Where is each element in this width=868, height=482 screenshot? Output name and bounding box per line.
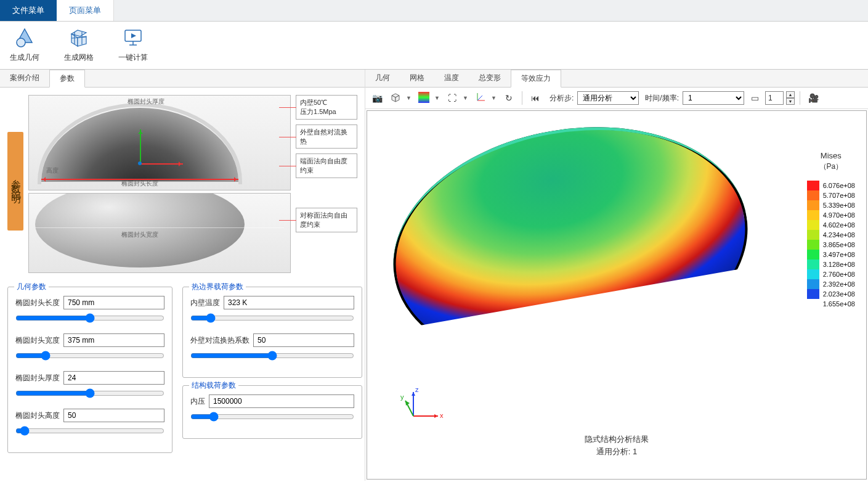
tab-page-menu[interactable]: 页面菜单 <box>57 0 114 21</box>
callout-sym-constraint: 对称面法向自由度约束 <box>296 208 357 232</box>
length-arrow-l <box>41 179 140 180</box>
slider-height[interactable] <box>15 426 164 436</box>
colormap-button[interactable] <box>416 90 432 106</box>
ribbon-one-click-calc[interactable]: 一键计算 <box>115 25 152 63</box>
tab-mesh[interactable]: 网格 <box>400 70 434 87</box>
step-select[interactable]: 通用分析 <box>577 91 639 105</box>
result-caption: 隐式结构分析结果 通用分析: 1 <box>585 433 649 457</box>
ribbon-generate-geometry[interactable]: 生成几何 <box>6 25 43 63</box>
legend-swatch <box>807 190 819 200</box>
tab-geometry[interactable]: 几何 <box>365 70 400 87</box>
axis-button[interactable] <box>473 90 489 106</box>
viewport[interactable]: x y z 隐式结构分析结果 通用分析: 1 Mises （Pa） 6.076e… <box>367 110 867 480</box>
legend-geometry: 几何参数 <box>14 282 49 292</box>
legend-thermal: 热边界载荷参数 <box>189 282 246 292</box>
axis-y-label: y <box>400 393 404 401</box>
axis-triad: x y z <box>404 388 441 427</box>
axis-x-label: x <box>440 412 444 419</box>
cube-mesh-icon <box>67 25 91 50</box>
param-explain-badge: 参数说明 <box>7 132 23 231</box>
legend-swatch <box>807 269 819 279</box>
rotate-button[interactable]: ↻ <box>501 90 517 106</box>
input-outer-conv[interactable] <box>253 333 354 347</box>
dropdown-arrow-icon[interactable]: ▼ <box>491 95 498 101</box>
dropdown-arrow-icon[interactable]: ▼ <box>434 95 442 101</box>
screenshot-button[interactable]: 📷 <box>369 90 385 106</box>
spin-down[interactable]: ▼ <box>786 98 795 105</box>
camcorder-icon: 🎥 <box>808 93 819 103</box>
slider-inner-temp[interactable] <box>190 313 354 323</box>
frame-spin[interactable]: 1 <box>765 91 784 105</box>
tab-total-deform[interactable]: 总变形 <box>469 70 511 87</box>
svg-line-12 <box>477 96 482 100</box>
input-pressure[interactable] <box>209 394 354 408</box>
legend-title: Mises <box>807 151 855 160</box>
slider-width[interactable] <box>15 351 164 361</box>
legend-value: 4.970e+08 <box>823 210 855 220</box>
svg-marker-6 <box>131 33 136 38</box>
top-menu-bar: 文件菜单 页面菜单 <box>0 0 868 22</box>
tab-case-intro[interactable]: 案例介绍 <box>0 70 49 87</box>
x-arrow <box>140 163 183 165</box>
tab-file-menu[interactable]: 文件菜单 <box>0 0 57 21</box>
diagram-label-height: 高度 <box>46 166 59 175</box>
tab-parameters[interactable]: 参数 <box>49 70 85 88</box>
label-inner-temp: 内壁温度 <box>190 298 220 308</box>
label-thickness: 椭圆封头厚度 <box>15 373 60 383</box>
cube-icon <box>390 92 401 105</box>
diagram-label-length: 椭圆封头长度 <box>121 179 158 188</box>
length-arrow <box>140 179 238 180</box>
slider-pressure[interactable] <box>190 412 354 422</box>
caption-line1: 隐式结构分析结果 <box>585 433 649 446</box>
dropdown-arrow-icon[interactable]: ▼ <box>463 95 470 101</box>
fit-icon: ⛶ <box>448 93 456 103</box>
legend-value: 5.339e+08 <box>823 200 855 210</box>
legend-value: 3.865e+08 <box>823 240 855 250</box>
toggle-icon: ▭ <box>751 93 759 103</box>
tab-temperature[interactable]: 温度 <box>434 70 469 87</box>
left-pane: 案例介绍 参数 参数说明 椭圆封头厚度 高度 椭圆封头长度 <box>0 70 365 481</box>
input-thickness[interactable] <box>63 371 164 385</box>
svg-marker-14 <box>434 414 438 418</box>
play-first-icon[interactable]: ⏮ <box>527 90 543 106</box>
diagram-cross-section: 椭圆封头厚度 高度 椭圆封头长度 <box>28 95 291 190</box>
label-height: 椭圆封头高度 <box>15 411 60 421</box>
legend-value: 3.128e+08 <box>823 259 855 269</box>
step-label: 分析步: <box>550 93 574 104</box>
color-legend: Mises （Pa） 6.076e+085.707e+085.339e+084.… <box>807 151 855 309</box>
legend-swatch <box>807 250 819 259</box>
legend-value: 2.023e+08 <box>823 289 855 299</box>
fit-view-button[interactable]: ⛶ <box>444 90 460 106</box>
input-width[interactable] <box>63 333 164 347</box>
fieldset-geometry: 几何参数 椭圆封头长度 椭圆封头宽度 <box>7 287 172 453</box>
legend-swatch <box>807 230 819 240</box>
label-length: 椭圆封头长度 <box>15 298 60 308</box>
time-select[interactable]: 1 <box>683 91 744 105</box>
view-cube-button[interactable] <box>387 90 404 106</box>
input-height[interactable] <box>63 409 164 422</box>
origin-dot <box>138 161 142 165</box>
ribbon-label: 一键计算 <box>118 52 148 63</box>
dropdown-arrow-icon[interactable]: ▼ <box>406 95 413 101</box>
slider-length[interactable] <box>15 313 164 323</box>
record-button[interactable]: 🎥 <box>805 90 821 106</box>
ribbon-generate-mesh[interactable]: 生成网格 <box>60 25 97 63</box>
diagram-top-view: 椭圆封头宽度 <box>28 193 291 273</box>
axis-z-label: z <box>415 386 419 393</box>
slider-thickness[interactable] <box>15 388 164 398</box>
slider-outer-conv[interactable] <box>190 351 354 361</box>
ribbon: 生成几何 生成网格 一键计算 <box>0 22 868 70</box>
legend-unit: （Pa） <box>807 161 855 172</box>
camera-icon: 📷 <box>372 93 383 103</box>
fieldset-structural: 结构载荷参数 内压 <box>182 385 362 439</box>
label-width: 椭圆封头宽度 <box>15 335 60 346</box>
fieldset-thermal: 热边界载荷参数 内壁温度 外壁对流换热系数 <box>182 287 362 378</box>
spin-up[interactable]: ▲ <box>786 91 795 98</box>
input-length[interactable] <box>63 296 164 309</box>
input-inner-temp[interactable] <box>224 296 354 309</box>
tab-eq-stress[interactable]: 等效应力 <box>511 70 561 88</box>
legend-value: 3.497e+08 <box>823 250 855 259</box>
range-toggle-button[interactable]: ▭ <box>747 90 763 106</box>
time-label: 时间/频率: <box>645 93 679 104</box>
legend-value: 6.076e+08 <box>823 181 855 190</box>
